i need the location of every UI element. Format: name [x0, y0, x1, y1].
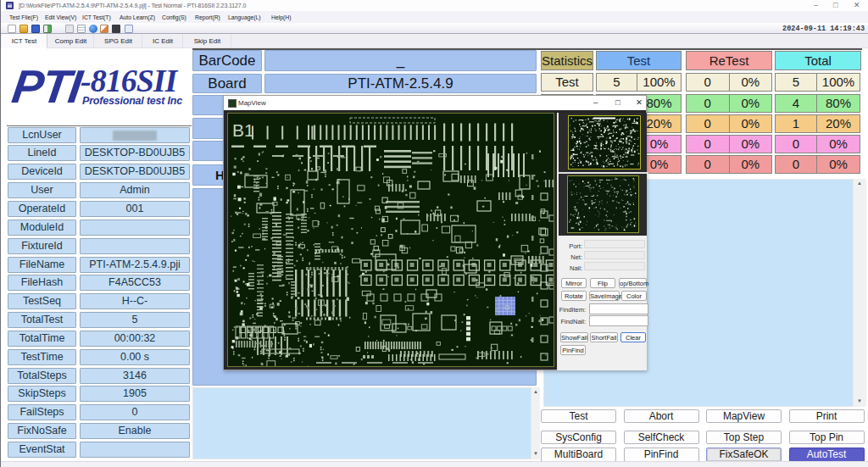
svg-text:B1: B1 — [232, 120, 254, 140]
